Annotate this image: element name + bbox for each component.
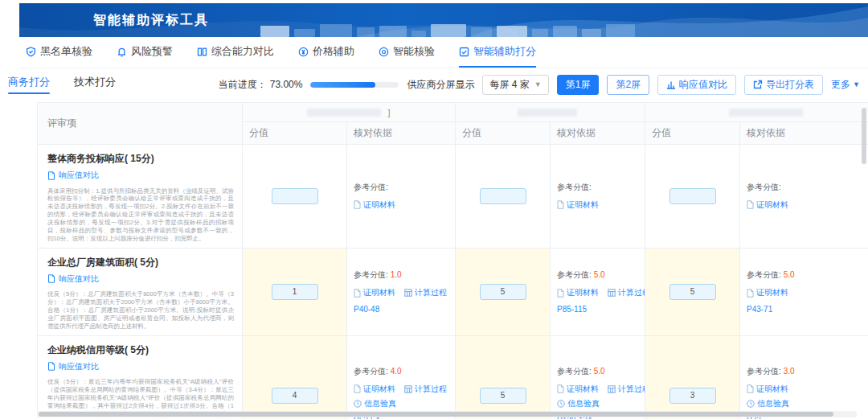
score-cell <box>243 248 347 335</box>
score-input[interactable] <box>669 188 716 204</box>
response-compare-link-label: 响应值对比 <box>59 273 99 285</box>
response-compare-link[interactable]: 响应值对比 <box>47 273 99 285</box>
material-link-label: 证明材料 <box>363 287 395 298</box>
screen1-button[interactable]: 第1屏 <box>557 75 600 95</box>
banner-mosaic <box>260 24 635 37</box>
page-reference-link[interactable]: P85-115 <box>557 305 638 314</box>
document-icon <box>354 384 361 393</box>
ref-score-value: 5.0 <box>784 270 795 279</box>
material-link[interactable]: 证明材料 <box>354 199 395 211</box>
score-cell <box>456 248 551 335</box>
score-input[interactable] <box>272 388 318 404</box>
basis-cell: 参考分值: 证明材料 <box>740 145 868 249</box>
material-link[interactable]: 证明材料 <box>557 287 599 298</box>
column-header-score: 分值 <box>645 122 740 145</box>
nav-tab-label: 智能辅助打分 <box>473 44 536 59</box>
column-header-score: 分值 <box>456 122 551 145</box>
ref-score-label: 参考分值: <box>557 183 592 191</box>
shield-check-icon <box>26 47 36 57</box>
columns-compare-icon <box>197 47 207 57</box>
horizontal-scrollbar[interactable] <box>37 411 857 417</box>
page-reference-link[interactable]: P43-71 <box>747 305 868 314</box>
response-compare-link[interactable]: 响应值对比 <box>47 170 99 181</box>
criterion-cell: 整体商务投标响应( 15分) 响应值对比 具体采用扣分制：1.提供与所招标品类无… <box>38 145 243 249</box>
clock-verify-icon <box>557 400 565 408</box>
nav-tab-price-assist[interactable]: 价格辅助 <box>298 37 354 68</box>
subtab-technical-score[interactable]: 技术打分 <box>72 72 117 97</box>
nav-tab-blacklist-check[interactable]: 黑名单核验 <box>26 37 92 68</box>
horizontal-scrollbar-thumb[interactable] <box>39 412 833 417</box>
basis-cell: 参考分值:3.0 证明材料 信息验真 P73 <box>740 335 868 419</box>
material-link-label: 证明材料 <box>756 384 788 395</box>
basis-cell: 参考分值: 证明材料 <box>347 145 456 249</box>
document-icon <box>557 200 564 209</box>
material-link-label: 证明材料 <box>756 287 788 298</box>
criterion-title: 企业纳税信用等级( 5分) <box>47 343 234 357</box>
material-link[interactable]: 证明材料 <box>557 199 599 211</box>
document-icon <box>557 289 564 298</box>
more-button[interactable]: 更多 ▼ <box>831 78 860 92</box>
per-screen-select[interactable]: 每屏 4 家 ▼ <box>482 75 548 95</box>
subtab-business-score[interactable]: 商务打分 <box>6 72 51 97</box>
vertical-scrollbar-thumb[interactable] <box>862 108 866 164</box>
split-display-label: 供应商分屏显示 <box>407 78 474 92</box>
grid-table-icon <box>608 289 616 297</box>
info-verify-link[interactable]: 信息验真 <box>354 398 396 409</box>
material-link[interactable]: 证明材料 <box>354 384 395 395</box>
material-link[interactable]: 证明材料 <box>747 199 788 211</box>
material-link[interactable]: 证明材料 <box>354 287 395 298</box>
score-input[interactable] <box>272 188 318 204</box>
main-nav: 黑名单核验 风险预警 综合能力对比 价格辅助 智能核验 <box>19 37 868 68</box>
material-link-label: 证明材料 <box>363 384 395 395</box>
info-verify-link[interactable]: 信息验真 <box>557 398 600 409</box>
calc-process-link[interactable]: 计算过程 <box>608 287 645 298</box>
supplier-header-1: ] <box>243 103 456 122</box>
ref-score-value: 4.0 <box>391 367 402 376</box>
score-input[interactable] <box>272 284 318 300</box>
score-cell <box>243 145 347 249</box>
response-compare-label: 响应值对比 <box>679 78 727 92</box>
response-compare-button[interactable]: 响应值对比 <box>657 75 736 95</box>
score-input[interactable] <box>669 388 716 404</box>
material-link[interactable]: 证明材料 <box>747 287 788 298</box>
calc-process-link[interactable]: 计算过程 <box>404 287 447 298</box>
nav-tab-smart-verify[interactable]: 智能核验 <box>379 37 435 68</box>
score-cell <box>645 145 740 249</box>
ref-score-label: 参考分值: <box>747 367 781 376</box>
criterion-title: 整体商务投标响应( 15分) <box>47 152 234 166</box>
calc-process-link[interactable]: 计算过程 <box>608 384 645 395</box>
nav-tab-ability-compare[interactable]: 综合能力对比 <box>197 37 274 68</box>
document-icon <box>557 384 564 393</box>
redacted-supplier-name <box>307 109 381 117</box>
score-input[interactable] <box>480 188 526 204</box>
export-score-button[interactable]: 导出打分表 <box>744 75 823 95</box>
progress-bar <box>310 82 399 88</box>
score-input[interactable] <box>480 388 526 404</box>
nav-tab-label: 智能核验 <box>393 44 435 59</box>
material-link[interactable]: 证明材料 <box>557 384 599 395</box>
screen2-button[interactable]: 第2屏 <box>607 75 649 95</box>
criterion-cell: 企业纳税信用等级( 5分) 响应值对比 优良（5分）：最近三年内每年均获得国家税… <box>38 335 243 419</box>
score-input[interactable] <box>669 284 716 300</box>
score-cell <box>645 335 740 419</box>
column-header-basis: 核对依据 <box>347 122 456 145</box>
nav-tab-smart-scoring[interactable]: 智能辅助打分 <box>459 37 536 68</box>
response-compare-link[interactable]: 响应值对比 <box>47 361 99 372</box>
calc-process-link-label: 计算过程 <box>415 287 447 298</box>
app-banner: 智能辅助评标工具 <box>19 3 868 37</box>
info-verify-link[interactable]: 信息验真 <box>747 398 789 409</box>
document-icon <box>47 274 55 283</box>
table-row: 企业总厂房建筑面积( 5分) 响应值对比 优良（5分）：总厂房建筑面积大于800… <box>38 248 868 335</box>
nav-tab-risk-alert[interactable]: 风险预警 <box>117 37 173 68</box>
calc-process-link[interactable]: 计算过程 <box>404 384 447 395</box>
ref-score-value: 3.0 <box>784 367 795 376</box>
ref-score-label: 参考分值: <box>354 270 388 279</box>
price-circle-icon <box>298 47 309 57</box>
score-input[interactable] <box>480 284 526 300</box>
page-reference-link[interactable]: P40-48 <box>354 305 448 314</box>
document-icon <box>354 200 361 209</box>
score-cell <box>243 335 347 419</box>
material-link[interactable]: 证明材料 <box>747 384 788 395</box>
table-row: 企业纳税信用等级( 5分) 响应值对比 优良（5分）：最近三年内每年均获得国家税… <box>38 335 868 419</box>
basis-cell: 参考分值:1.0 证明材料 计算过程 P40-48 <box>347 248 456 335</box>
